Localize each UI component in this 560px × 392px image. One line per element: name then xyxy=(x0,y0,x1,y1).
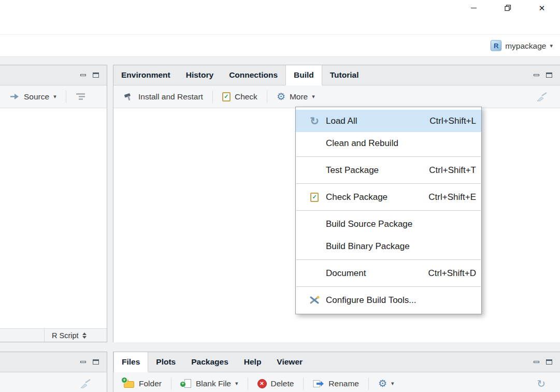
source-pane: Source ▾ R Script xyxy=(0,65,107,342)
toolbar-separator xyxy=(248,378,248,390)
new-folder-button[interactable]: + Folder xyxy=(121,378,164,390)
tab-plots[interactable]: Plots xyxy=(148,352,183,372)
files-toolbar: + Folder + Blank File ▾ ✕ Delete xyxy=(113,372,560,392)
files-more-button[interactable]: ⚙ ▾ xyxy=(376,377,397,390)
menu-separator xyxy=(296,156,481,157)
menu-item-test-package[interactable]: Test Package Ctrl+Shift+T xyxy=(296,159,481,181)
maximize-pane-button[interactable] xyxy=(93,359,99,365)
install-and-restart-button[interactable]: Install and Restart xyxy=(121,91,206,103)
file-type-label: R Script xyxy=(52,331,79,340)
menu-item-shortcut: Ctrl+Shift+E xyxy=(428,192,476,202)
caret-down-icon: ▾ xyxy=(235,381,238,386)
new-folder-icon: + xyxy=(123,379,135,388)
build-more-menu: ↻ Load All Ctrl+Shift+L Clean and Rebuil… xyxy=(295,107,482,314)
minimize-pane-icon xyxy=(534,74,539,76)
window-restore-button[interactable] xyxy=(491,0,525,16)
maximize-pane-button[interactable] xyxy=(546,72,552,78)
tab-viewer[interactable]: Viewer xyxy=(269,352,310,372)
toolbar-separator xyxy=(267,91,267,103)
document-outline-button[interactable] xyxy=(73,91,88,102)
source-statusbar: R Script xyxy=(0,328,107,342)
tab-help[interactable]: Help xyxy=(236,352,269,372)
menu-item-build-binary-package[interactable]: Build Binary Package xyxy=(296,235,481,257)
tab-packages[interactable]: Packages xyxy=(183,352,236,372)
broom-icon xyxy=(535,92,548,101)
clear-console-button[interactable] xyxy=(79,379,91,388)
minimize-pane-button[interactable] xyxy=(80,74,86,76)
rename-label: Rename xyxy=(328,379,359,388)
caret-down-icon: ▾ xyxy=(312,94,315,99)
main-toolbar: R mypackage ▾ xyxy=(0,34,560,57)
maximize-pane-icon xyxy=(546,359,552,365)
toolbar-separator xyxy=(368,378,369,390)
toolbar-separator xyxy=(171,378,171,390)
source-pane-header xyxy=(0,65,107,85)
menu-item-label: Load All xyxy=(326,116,357,126)
refresh-button[interactable]: ↻ xyxy=(537,379,545,389)
delete-label: Delete xyxy=(271,379,294,388)
window-close-button[interactable]: ✕ xyxy=(525,0,559,16)
toolbar-separator xyxy=(303,378,304,390)
menu-item-label: Check Package xyxy=(326,192,387,202)
tools-icon xyxy=(303,295,326,305)
minimize-pane-button[interactable] xyxy=(534,361,539,363)
menu-item-clean-and-rebuild[interactable]: Clean and Rebuild xyxy=(296,132,481,154)
delete-button[interactable]: ✕ Delete xyxy=(255,378,297,390)
files-pane-tabbar: Files Plots Packages Help Viewer xyxy=(113,352,560,372)
gear-icon: ⚙ xyxy=(277,92,285,101)
menu-item-document[interactable]: Document Ctrl+Shift+D xyxy=(296,262,481,284)
maximize-pane-button[interactable] xyxy=(546,359,552,365)
new-blank-file-button[interactable]: + Blank File ▾ xyxy=(178,378,241,390)
more-button[interactable]: ⚙ More ▾ xyxy=(274,90,318,103)
tab-files[interactable]: Files xyxy=(113,352,148,372)
file-type-selector[interactable]: R Script xyxy=(45,331,87,340)
menu-separator xyxy=(296,183,481,184)
caret-down-icon: ▾ xyxy=(53,94,56,99)
minimize-pane-icon xyxy=(80,361,86,363)
build-pane-tabbar: Environment History Connections Build Tu… xyxy=(113,65,560,85)
project-name: mypackage xyxy=(505,41,546,50)
menu-item-label: Test Package xyxy=(326,165,379,176)
check-button[interactable]: ✓ Check xyxy=(220,91,260,103)
source-button-label: Source xyxy=(24,92,49,101)
caret-down-icon: ▾ xyxy=(550,43,553,49)
tab-tutorial[interactable]: Tutorial xyxy=(322,65,367,85)
clear-output-button[interactable] xyxy=(535,92,548,101)
r-project-icon: R xyxy=(491,40,501,51)
rename-button[interactable]: Rename xyxy=(310,378,362,390)
menu-item-configure-build-tools[interactable]: Configure Build Tools... xyxy=(296,289,481,311)
minimize-icon xyxy=(471,8,477,8)
caret-down-icon: ▾ xyxy=(391,381,394,386)
tab-history[interactable]: History xyxy=(178,65,221,85)
check-clipboard-icon: ✓ xyxy=(303,193,326,202)
files-pane: Files Plots Packages Help Viewer + Folde… xyxy=(113,352,560,392)
source-button[interactable]: Source ▾ xyxy=(7,91,59,103)
minimize-pane-icon xyxy=(534,361,539,363)
source-editor[interactable] xyxy=(0,108,107,329)
maximize-pane-button[interactable] xyxy=(93,72,99,78)
menu-separator xyxy=(296,210,481,211)
menu-item-check-package[interactable]: ✓ Check Package Ctrl+Shift+E xyxy=(296,186,481,208)
rename-icon xyxy=(313,380,324,388)
project-selector[interactable]: R mypackage ▾ xyxy=(487,38,556,53)
tab-connections[interactable]: Connections xyxy=(221,65,285,85)
delete-icon: ✕ xyxy=(257,379,267,388)
menu-separator xyxy=(296,286,481,287)
install-and-restart-label: Install and Restart xyxy=(138,92,203,101)
tab-build[interactable]: Build xyxy=(285,65,322,85)
menu-item-shortcut: Ctrl+Shift+D xyxy=(428,268,476,279)
new-file-icon: + xyxy=(181,379,192,388)
sort-updown-icon xyxy=(82,332,87,339)
minimize-pane-button[interactable] xyxy=(80,361,86,363)
window-minimize-button[interactable] xyxy=(456,0,491,16)
menu-item-shortcut: Ctrl+Shift+T xyxy=(429,165,476,176)
menu-item-load-all[interactable]: ↻ Load All Ctrl+Shift+L xyxy=(296,110,481,132)
tab-environment[interactable]: Environment xyxy=(113,65,178,85)
menu-item-build-source-package[interactable]: Build Source Package xyxy=(296,213,481,235)
minimize-pane-button[interactable] xyxy=(534,74,539,76)
menu-item-shortcut: Ctrl+Shift+L xyxy=(429,116,476,126)
window-controls: ✕ xyxy=(456,0,559,16)
menu-item-label: Build Binary Package xyxy=(326,241,410,252)
menu-item-label: Document xyxy=(326,268,366,279)
restore-icon xyxy=(505,5,511,11)
